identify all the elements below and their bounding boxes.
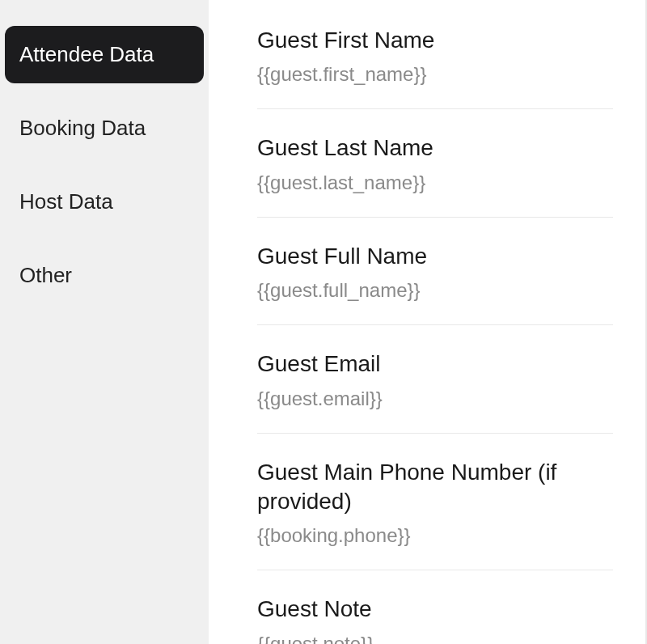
field-token: {{booking.phone}}	[257, 524, 613, 547]
field-list: Guest First Name {{guest.first_name}} Gu…	[209, 0, 645, 644]
field-token: {{guest.last_name}}	[257, 172, 613, 194]
field-row-guest-full-name[interactable]: Guest Full Name {{guest.full_name}}	[257, 242, 613, 325]
field-row-guest-note[interactable]: Guest Note {{guest.note}}	[257, 595, 613, 644]
sidebar: Attendee Data Booking Data Host Data Oth…	[0, 0, 209, 644]
sidebar-item-host-data[interactable]: Host Data	[5, 173, 204, 231]
field-row-guest-last-name[interactable]: Guest Last Name {{guest.last_name}}	[257, 133, 613, 217]
field-token: {{guest.first_name}}	[257, 63, 613, 86]
field-token: {{guest.full_name}}	[257, 279, 613, 302]
sidebar-item-label: Booking Data	[19, 116, 146, 140]
field-token: {{guest.note}}	[257, 633, 613, 644]
field-title: Guest Last Name	[257, 133, 613, 163]
field-title: Guest Main Phone Number (if provided)	[257, 458, 613, 517]
sidebar-item-other[interactable]: Other	[5, 247, 204, 304]
sidebar-item-label: Other	[19, 263, 72, 287]
field-token: {{guest.email}}	[257, 388, 613, 410]
field-row-guest-main-phone[interactable]: Guest Main Phone Number (if provided) {{…	[257, 458, 613, 571]
field-title: Guest Full Name	[257, 242, 613, 271]
sidebar-item-label: Host Data	[19, 189, 113, 214]
field-title: Guest First Name	[257, 26, 613, 55]
main-panel: Guest First Name {{guest.first_name}} Gu…	[209, 0, 647, 644]
field-row-guest-first-name[interactable]: Guest First Name {{guest.first_name}}	[257, 26, 613, 109]
sidebar-item-booking-data[interactable]: Booking Data	[5, 100, 204, 157]
field-title: Guest Email	[257, 350, 613, 379]
field-row-guest-email[interactable]: Guest Email {{guest.email}}	[257, 350, 613, 433]
sidebar-item-label: Attendee Data	[19, 42, 154, 66]
field-title: Guest Note	[257, 595, 613, 624]
sidebar-item-attendee-data[interactable]: Attendee Data	[5, 26, 204, 83]
